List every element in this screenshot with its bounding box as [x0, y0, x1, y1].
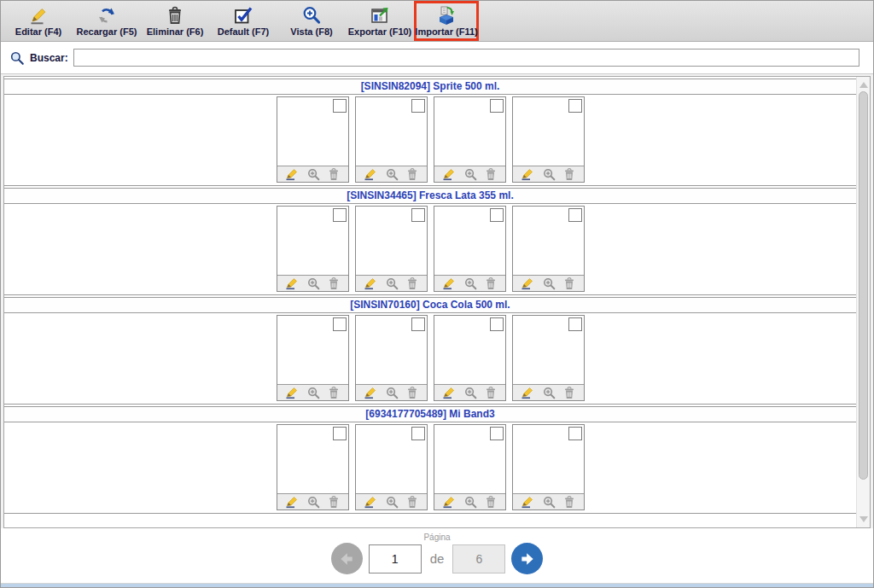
search-input[interactable]	[73, 49, 859, 67]
previous-page-button[interactable]	[331, 543, 363, 574]
card-checkbox[interactable]	[333, 317, 347, 331]
card-checkbox[interactable]	[490, 427, 504, 440]
card-checkbox[interactable]	[568, 317, 582, 331]
scroll-up-button[interactable]	[857, 79, 870, 91]
edit-icon[interactable]	[286, 496, 300, 509]
delete-icon[interactable]	[563, 277, 575, 290]
delete-icon[interactable]	[485, 168, 497, 181]
edit-icon[interactable]	[443, 496, 457, 509]
toolbar-button-default[interactable]: Default (F7)	[209, 2, 277, 41]
product-group: [SINSIN70160] Coca Cola 500 ml.	[4, 297, 856, 405]
zoom-icon[interactable]	[307, 387, 320, 399]
zoom-icon[interactable]	[386, 387, 399, 399]
image-card[interactable]	[277, 315, 349, 401]
toolbar-button-recargar[interactable]: Recargar (F5)	[73, 2, 141, 41]
current-page-input[interactable]	[369, 544, 422, 573]
image-card[interactable]	[512, 424, 585, 510]
delete-icon[interactable]	[406, 496, 418, 509]
card-checkbox[interactable]	[411, 208, 425, 222]
zoom-plus-icon	[301, 5, 322, 26]
image-card[interactable]	[512, 96, 585, 183]
edit-icon[interactable]	[443, 277, 457, 290]
delete-icon[interactable]	[485, 277, 497, 290]
card-checkbox[interactable]	[490, 208, 504, 222]
image-card[interactable]	[434, 424, 506, 510]
delete-icon[interactable]	[563, 168, 575, 181]
zoom-icon[interactable]	[543, 277, 556, 290]
edit-icon[interactable]	[521, 168, 535, 181]
image-card[interactable]	[434, 206, 506, 292]
card-checkbox[interactable]	[333, 427, 347, 440]
zoom-icon[interactable]	[307, 496, 320, 509]
edit-icon[interactable]	[443, 168, 457, 181]
zoom-icon[interactable]	[543, 387, 556, 399]
image-card[interactable]	[512, 315, 585, 401]
delete-icon[interactable]	[406, 168, 418, 181]
edit-icon[interactable]	[286, 387, 300, 399]
delete-icon[interactable]	[406, 277, 418, 290]
scroll-down-button[interactable]	[857, 513, 870, 526]
edit-icon[interactable]	[443, 387, 457, 399]
image-card[interactable]	[355, 424, 428, 510]
vertical-scrollbar[interactable]	[856, 77, 870, 527]
card-checkbox[interactable]	[411, 99, 425, 113]
zoom-icon[interactable]	[464, 277, 477, 290]
card-checkbox[interactable]	[490, 317, 504, 331]
zoom-icon[interactable]	[464, 496, 477, 509]
image-card[interactable]	[434, 315, 506, 401]
image-card[interactable]	[355, 315, 428, 401]
card-checkbox[interactable]	[411, 317, 425, 331]
zoom-icon[interactable]	[543, 496, 556, 509]
search-bar: Buscar:	[1, 42, 873, 74]
edit-icon[interactable]	[521, 277, 535, 290]
zoom-icon[interactable]	[307, 277, 320, 290]
next-page-button[interactable]	[511, 543, 543, 574]
card-checkbox[interactable]	[333, 99, 347, 113]
edit-icon[interactable]	[364, 496, 378, 509]
edit-icon[interactable]	[521, 496, 535, 509]
card-checkbox[interactable]	[333, 208, 347, 222]
delete-icon[interactable]	[485, 387, 497, 399]
zoom-icon[interactable]	[386, 277, 399, 290]
delete-icon[interactable]	[563, 387, 575, 399]
image-card[interactable]	[355, 206, 428, 292]
edit-icon[interactable]	[364, 168, 378, 181]
scrollbar-thumb[interactable]	[859, 91, 868, 480]
zoom-icon[interactable]	[464, 387, 477, 399]
delete-icon[interactable]	[563, 496, 575, 509]
image-card[interactable]	[277, 206, 349, 292]
zoom-icon[interactable]	[464, 168, 477, 181]
zoom-icon[interactable]	[307, 168, 320, 181]
zoom-icon[interactable]	[386, 496, 399, 509]
image-card[interactable]	[277, 424, 349, 510]
zoom-icon[interactable]	[386, 168, 399, 181]
image-card[interactable]	[434, 96, 506, 183]
page-of-label: de	[428, 551, 447, 566]
card-checkbox[interactable]	[411, 427, 425, 440]
edit-icon[interactable]	[286, 277, 300, 290]
delete-icon[interactable]	[406, 387, 418, 399]
delete-icon[interactable]	[328, 387, 340, 399]
delete-icon[interactable]	[328, 496, 340, 509]
card-checkbox[interactable]	[568, 208, 582, 222]
toolbar-button-importar[interactable]: Importar (F11)	[414, 1, 479, 41]
toolbar-button-editar[interactable]: Editar (F4)	[4, 2, 73, 41]
toolbar-button-exportar[interactable]: Exportar (F10)	[346, 2, 414, 41]
delete-icon[interactable]	[328, 277, 340, 290]
delete-icon[interactable]	[485, 496, 497, 509]
arrow-right-icon	[519, 550, 536, 568]
card-checkbox[interactable]	[490, 99, 504, 113]
image-card[interactable]	[355, 96, 428, 183]
toolbar-button-eliminar[interactable]: Eliminar (F6)	[141, 2, 209, 41]
card-checkbox[interactable]	[568, 99, 582, 113]
edit-icon[interactable]	[364, 387, 378, 399]
edit-icon[interactable]	[364, 277, 378, 290]
zoom-icon[interactable]	[543, 168, 556, 181]
image-card[interactable]	[277, 96, 349, 183]
edit-icon[interactable]	[521, 387, 535, 399]
delete-icon[interactable]	[328, 168, 340, 181]
toolbar-button-vista[interactable]: Vista (F8)	[277, 2, 346, 41]
edit-icon[interactable]	[286, 168, 300, 181]
card-checkbox[interactable]	[568, 427, 582, 440]
image-card[interactable]	[512, 206, 585, 292]
